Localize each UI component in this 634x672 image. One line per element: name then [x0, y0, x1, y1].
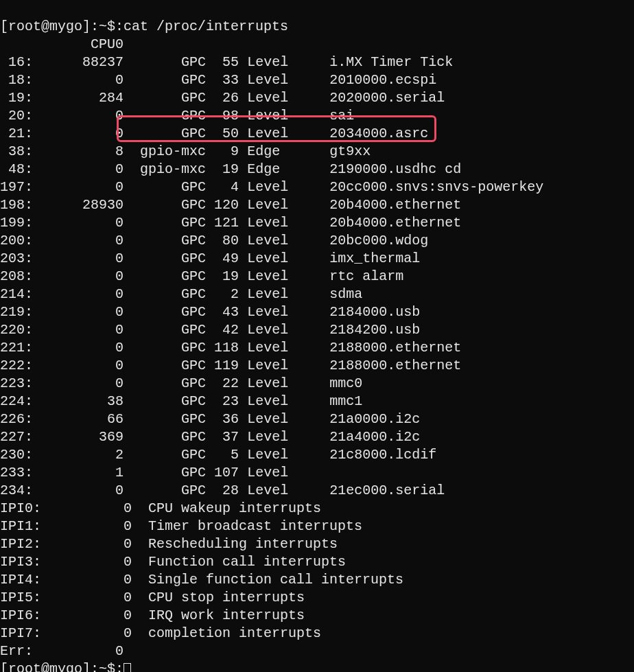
irq-cnt: 0	[33, 358, 124, 373]
table-row: 233: 1 GPC 107 Level	[0, 465, 296, 480]
irq-type: Level	[247, 304, 288, 320]
ipi-name: IPI1:	[0, 518, 41, 534]
irq-ctrl: GPC	[140, 358, 206, 373]
irq-num: 200:	[0, 233, 33, 248]
prompt-line: [root@mygo]:~$:cat /proc/interrupts	[0, 19, 288, 34]
irq-dev: 21c8000.lcdif	[296, 447, 436, 463]
irq-cnt: 0	[33, 340, 124, 356]
irq-hw: 118	[214, 340, 239, 356]
ipi-desc: IRQ work interrupts	[132, 607, 305, 623]
table-row: IPI1: 0 Timer broadcast interrupts	[0, 518, 362, 534]
table-row: IPI6: 0 IRQ work interrupts	[0, 607, 305, 623]
irq-type: Level	[247, 72, 288, 88]
irq-num: 16:	[0, 54, 33, 70]
irq-num: 20:	[0, 108, 33, 124]
table-row: 227: 369 GPC 37 Level 21a4000.i2c	[0, 429, 420, 445]
irq-hw: 26	[214, 90, 239, 106]
irq-num: 199:	[0, 215, 33, 231]
irq-cnt: 0	[33, 251, 124, 266]
irq-num: 208:	[0, 268, 33, 284]
table-row: 21: 0 GPC 50 Level 2034000.asrc	[0, 126, 428, 141]
irq-ctrl: GPC	[140, 72, 206, 88]
irq-ctrl: gpio-mxc	[140, 161, 206, 177]
table-row: 198: 28930 GPC 120 Level 20b4000.etherne…	[0, 197, 461, 213]
irq-type: Level	[247, 393, 288, 409]
irq-num: 197:	[0, 179, 33, 195]
irq-ctrl: GPC	[140, 429, 206, 445]
irq-type: Level	[247, 465, 288, 480]
irq-num: 198:	[0, 197, 33, 213]
irq-cnt: 28930	[33, 197, 124, 213]
table-row: 200: 0 GPC 80 Level 20bc000.wdog	[0, 233, 428, 248]
ipi-desc: Single function call interrupts	[132, 572, 403, 588]
table-row: 19: 284 GPC 26 Level 2020000.serial	[0, 90, 445, 106]
irq-cnt: 284	[33, 90, 124, 106]
irq-hw: 9	[214, 143, 239, 159]
irq-dev: 21ec000.serial	[296, 483, 445, 498]
table-row: 18: 0 GPC 33 Level 2010000.ecspi	[0, 72, 436, 88]
irq-cnt: 0	[33, 483, 124, 498]
irq-cnt: 0	[33, 375, 124, 391]
irq-ctrl: GPC	[140, 483, 206, 498]
irq-dev: 20bc000.wdog	[296, 233, 428, 248]
ipi-table: IPI0: 0 CPU wakeup interrupts IPI1: 0 Ti…	[0, 500, 634, 642]
table-row: 208: 0 GPC 19 Level rtc alarm	[0, 268, 403, 284]
irq-ctrl: GPC	[140, 90, 206, 106]
irq-type: Level	[247, 197, 288, 213]
irq-hw: 22	[214, 375, 239, 391]
ipi-name: IPI4:	[0, 572, 41, 588]
irq-num: 219:	[0, 304, 33, 320]
irq-dev: 2020000.serial	[296, 90, 445, 106]
irq-type: Edge	[247, 143, 288, 159]
ipi-cnt: 0	[41, 572, 132, 588]
ipi-name: IPI0:	[0, 500, 41, 516]
ipi-cnt: 0	[41, 554, 132, 570]
irq-ctrl: GPC	[140, 54, 206, 70]
irq-type: Level	[247, 126, 288, 141]
ipi-name: IPI5:	[0, 590, 41, 605]
table-row: 223: 0 GPC 22 Level mmc0	[0, 375, 362, 391]
irq-hw: 37	[214, 429, 239, 445]
table-row: 48: 0 gpio-mxc 19 Edge 2190000.usdhc cd	[0, 161, 461, 177]
irq-hw: 19	[214, 161, 239, 177]
irq-dev: 2190000.usdhc cd	[296, 161, 461, 177]
irq-type: Edge	[247, 161, 288, 177]
table-row: 197: 0 GPC 4 Level 20cc000.snvs:snvs-pow…	[0, 179, 543, 195]
prompt-line-2[interactable]: [root@mygo]:~$:	[0, 661, 124, 672]
irq-type: Level	[247, 375, 288, 391]
irq-hw: 19	[214, 268, 239, 284]
irq-cnt: 0	[33, 322, 124, 338]
ipi-desc: completion interrupts	[132, 625, 321, 641]
irq-num: 21:	[0, 126, 33, 141]
ipi-name: IPI3:	[0, 554, 41, 570]
irq-dev: 20b4000.ethernet	[296, 215, 461, 231]
terminal-output: [root@mygo]:~$:cat /proc/interrupts CPU0…	[0, 0, 634, 672]
irq-num: 222:	[0, 358, 33, 373]
irq-cnt: 0	[33, 233, 124, 248]
irq-ctrl: GPC	[140, 322, 206, 338]
table-row: 219: 0 GPC 43 Level 2184000.usb	[0, 304, 420, 320]
irq-ctrl: GPC	[140, 197, 206, 213]
irq-hw: 121	[214, 215, 239, 231]
irq-num: 226:	[0, 411, 33, 427]
irq-hw: 50	[214, 126, 239, 141]
irq-dev: 20b4000.ethernet	[296, 197, 461, 213]
irq-dev: 2188000.ethernet	[296, 340, 461, 356]
ipi-cnt: 0	[41, 590, 132, 605]
irq-ctrl: GPC	[140, 447, 206, 463]
table-row: 203: 0 GPC 49 Level imx_thermal	[0, 251, 420, 266]
ipi-cnt: 0	[41, 625, 132, 641]
table-row: IPI3: 0 Function call interrupts	[0, 554, 346, 570]
irq-num: 220:	[0, 322, 33, 338]
irq-ctrl: GPC	[140, 251, 206, 266]
irq-cnt: 2	[33, 447, 124, 463]
cursor	[124, 663, 131, 672]
irq-type: Level	[247, 340, 288, 356]
irq-cnt: 8	[33, 143, 124, 159]
ipi-name: IPI6:	[0, 607, 41, 623]
irq-hw: 107	[214, 465, 239, 480]
irq-ctrl: GPC	[140, 108, 206, 124]
table-row: 222: 0 GPC 119 Level 2188000.ethernet	[0, 358, 461, 373]
table-row: IPI0: 0 CPU wakeup interrupts	[0, 500, 321, 516]
irq-type: Level	[247, 411, 288, 427]
